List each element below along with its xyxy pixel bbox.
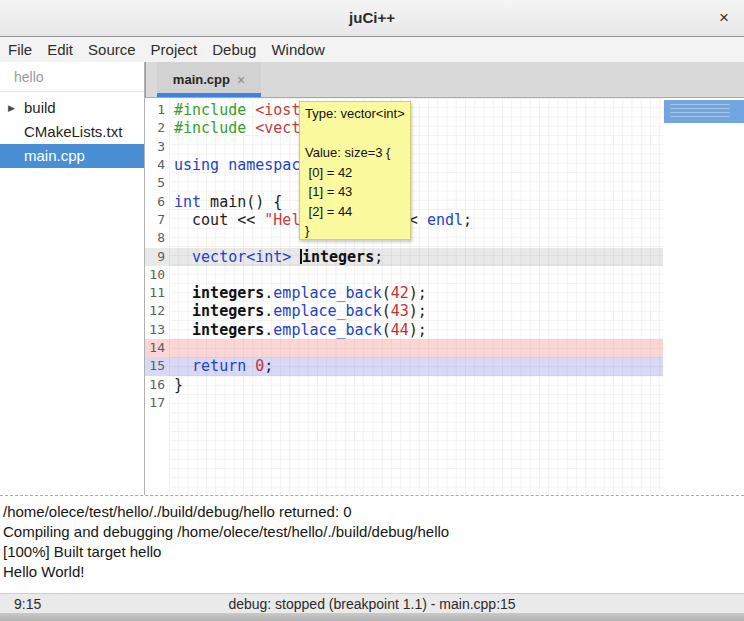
- token: [174, 248, 192, 266]
- code-text: [169, 138, 174, 156]
- debug-status: debug: stopped (breakpoint 1.1) - main.c…: [0, 596, 744, 612]
- code-text: }: [169, 376, 183, 394]
- tree-item-cmakelists-txt[interactable]: CMakeLists.txt: [0, 120, 144, 144]
- code-text: [169, 229, 174, 247]
- tree-item-label: CMakeLists.txt: [24, 123, 122, 140]
- line-number[interactable]: 10: [145, 266, 169, 284]
- terminal-line: Hello World!: [3, 562, 738, 582]
- code-line-17[interactable]: 17: [145, 394, 663, 412]
- status-bar: 9:15 debug: stopped (breakpoint 1.1) - m…: [0, 593, 744, 613]
- tab-bar: main.cpp ×: [145, 62, 744, 98]
- token: }: [174, 376, 183, 394]
- code-text: int main() {: [169, 193, 282, 211]
- tooltip-line: [1] = 43: [305, 182, 410, 202]
- line-number[interactable]: 2: [145, 119, 169, 137]
- code-text: integers.emplace_back(42);: [169, 284, 427, 302]
- token: 0: [255, 357, 264, 375]
- tooltip-line: }: [305, 221, 410, 241]
- token: emplace_back: [273, 302, 381, 320]
- token: [174, 321, 192, 339]
- menu-item-debug[interactable]: Debug: [212, 41, 256, 58]
- code-line-12[interactable]: 12 integers.emplace_back(43);: [145, 302, 663, 320]
- token: using: [174, 156, 219, 174]
- code-line-10[interactable]: 10: [145, 266, 663, 284]
- token: .: [264, 321, 273, 339]
- code-line-13[interactable]: 13 integers.emplace_back(44);: [145, 321, 663, 339]
- terminal-line: /home/olece/test/hello/./build/debug/hel…: [3, 502, 738, 522]
- code-text: integers.emplace_back(44);: [169, 321, 427, 339]
- debug-value-tooltip: Type: vector<int> Value: size=3 { [0] = …: [299, 101, 411, 240]
- code-line-16[interactable]: 16}: [145, 376, 663, 394]
- window-bottom-edge: [0, 613, 744, 621]
- line-number[interactable]: 3: [145, 138, 169, 156]
- project-name: hello: [0, 62, 144, 92]
- line-number[interactable]: 6: [145, 193, 169, 211]
- code-text: [169, 174, 174, 192]
- menu-item-edit[interactable]: Edit: [47, 41, 73, 58]
- tooltip-line: [0] = 42: [305, 163, 410, 183]
- file-tree-sidebar: hello ▶buildCMakeLists.txtmain.cpp: [0, 62, 145, 495]
- terminal-line: Compiling and debugging /home/olece/test…: [3, 522, 738, 542]
- terminal-line: [100%] Built target hello: [3, 542, 738, 562]
- expander-icon[interactable]: ▶: [8, 96, 15, 120]
- code-text: integers.emplace_back(43);: [169, 302, 427, 320]
- tooltip-line: Type: vector<int>: [305, 104, 410, 124]
- file-tree: ▶buildCMakeLists.txtmain.cpp: [0, 92, 144, 168]
- token: );: [409, 321, 427, 339]
- line-number[interactable]: 11: [145, 284, 169, 302]
- token: [174, 302, 192, 320]
- tab-main-cpp[interactable]: main.cpp ×: [157, 62, 261, 97]
- token: 44: [391, 321, 409, 339]
- token: ;: [463, 211, 472, 229]
- tab-close-icon[interactable]: ×: [237, 72, 245, 88]
- tree-item-label: build: [24, 99, 56, 116]
- token: [291, 248, 300, 266]
- line-number[interactable]: 16: [145, 376, 169, 394]
- minimap-overview[interactable]: [664, 100, 744, 123]
- menu-item-window[interactable]: Window: [271, 41, 324, 58]
- menu-item-project[interactable]: Project: [151, 41, 198, 58]
- menu-item-source[interactable]: Source: [88, 41, 136, 58]
- juci-window: juCi++ × FileEditSourceProjectDebugWindo…: [0, 0, 744, 621]
- line-number[interactable]: 4: [145, 156, 169, 174]
- line-number[interactable]: 7: [145, 211, 169, 229]
- tooltip-line: [305, 124, 410, 144]
- token: ;: [374, 248, 383, 266]
- token: vector<int>: [192, 248, 291, 266]
- line-number[interactable]: 8: [145, 229, 169, 247]
- line-number[interactable]: 12: [145, 302, 169, 320]
- tooltip-line: Value: size=3 {: [305, 143, 410, 163]
- token: integers: [192, 302, 264, 320]
- tree-item-build[interactable]: ▶build: [0, 96, 144, 120]
- token: (: [382, 302, 391, 320]
- window-close-icon[interactable]: ×: [719, 7, 729, 29]
- code-text: [169, 266, 174, 284]
- line-number[interactable]: 15: [145, 357, 169, 375]
- token: (: [382, 321, 391, 339]
- tab-label: main.cpp: [173, 72, 230, 87]
- token: .: [264, 302, 273, 320]
- code-line-14[interactable]: 14: [145, 339, 663, 357]
- token: main() {: [201, 193, 282, 211]
- token: [174, 284, 192, 302]
- terminal-output[interactable]: /home/olece/test/hello/./build/debug/hel…: [0, 495, 744, 593]
- token: ;: [264, 357, 273, 375]
- code-editor[interactable]: 1#include <iostream>2#include <vector>34…: [145, 98, 744, 495]
- tree-item-main-cpp[interactable]: main.cpp: [0, 144, 144, 168]
- menu-item-file[interactable]: File: [8, 41, 32, 58]
- line-number[interactable]: 9: [145, 248, 169, 266]
- line-number[interactable]: 14: [145, 339, 169, 357]
- line-number[interactable]: 1: [145, 101, 169, 119]
- token: [246, 101, 255, 119]
- code-line-11[interactable]: 11 integers.emplace_back(42);: [145, 284, 663, 302]
- line-number[interactable]: 5: [145, 174, 169, 192]
- line-number[interactable]: 17: [145, 394, 169, 412]
- code-line-9[interactable]: 9 vector<int> integers;: [145, 248, 663, 266]
- token: #include: [174, 119, 246, 137]
- code-line-15[interactable]: 15 return 0;: [145, 357, 663, 375]
- token: [174, 357, 192, 375]
- tree-item-label: main.cpp: [24, 147, 85, 164]
- token: [246, 357, 255, 375]
- line-number[interactable]: 13: [145, 321, 169, 339]
- token: );: [409, 284, 427, 302]
